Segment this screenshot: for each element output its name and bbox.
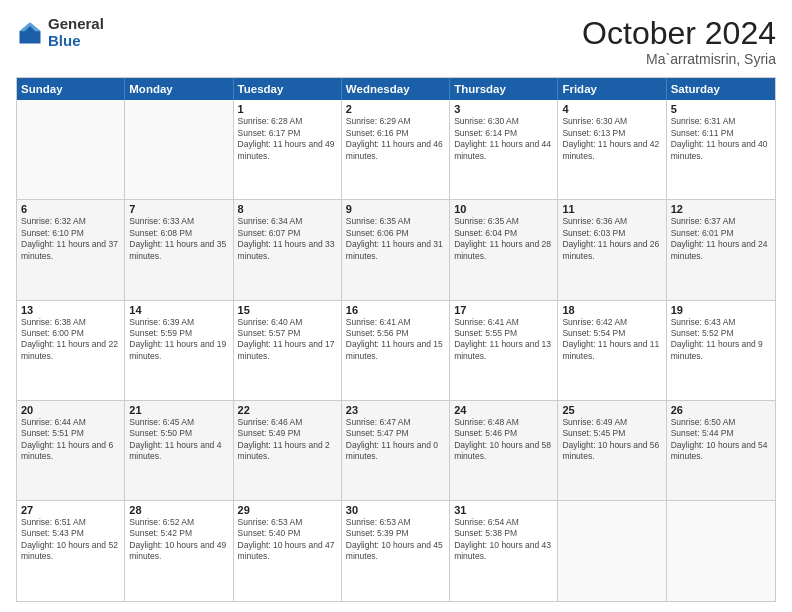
calendar-body: 1Sunrise: 6:28 AM Sunset: 6:17 PM Daylig… — [17, 100, 775, 601]
calendar-week: 1Sunrise: 6:28 AM Sunset: 6:17 PM Daylig… — [17, 100, 775, 200]
day-number: 8 — [238, 203, 337, 215]
day-info: Sunrise: 6:47 AM Sunset: 5:47 PM Dayligh… — [346, 417, 445, 463]
day-info: Sunrise: 6:46 AM Sunset: 5:49 PM Dayligh… — [238, 417, 337, 463]
calendar-header: SundayMondayTuesdayWednesdayThursdayFrid… — [17, 78, 775, 100]
day-number: 25 — [562, 404, 661, 416]
logo-general-text: General — [48, 16, 104, 33]
day-info: Sunrise: 6:41 AM Sunset: 5:56 PM Dayligh… — [346, 317, 445, 363]
day-cell: 30Sunrise: 6:53 AM Sunset: 5:39 PM Dayli… — [342, 501, 450, 601]
day-cell: 22Sunrise: 6:46 AM Sunset: 5:49 PM Dayli… — [234, 401, 342, 500]
calendar-week: 20Sunrise: 6:44 AM Sunset: 5:51 PM Dayli… — [17, 401, 775, 501]
page: General Blue October 2024 Ma`arratmisrin… — [0, 0, 792, 612]
day-cell: 9Sunrise: 6:35 AM Sunset: 6:06 PM Daylig… — [342, 200, 450, 299]
day-cell: 31Sunrise: 6:54 AM Sunset: 5:38 PM Dayli… — [450, 501, 558, 601]
day-number: 29 — [238, 504, 337, 516]
day-cell: 18Sunrise: 6:42 AM Sunset: 5:54 PM Dayli… — [558, 301, 666, 400]
day-number: 10 — [454, 203, 553, 215]
day-number: 19 — [671, 304, 771, 316]
header: General Blue October 2024 Ma`arratmisrin… — [16, 16, 776, 67]
calendar-week: 13Sunrise: 6:38 AM Sunset: 6:00 PM Dayli… — [17, 301, 775, 401]
day-info: Sunrise: 6:43 AM Sunset: 5:52 PM Dayligh… — [671, 317, 771, 363]
day-info: Sunrise: 6:41 AM Sunset: 5:55 PM Dayligh… — [454, 317, 553, 363]
day-number: 5 — [671, 103, 771, 115]
weekday-header: Saturday — [667, 78, 775, 100]
weekday-header: Friday — [558, 78, 666, 100]
weekday-header: Monday — [125, 78, 233, 100]
empty-cell — [17, 100, 125, 199]
day-number: 31 — [454, 504, 553, 516]
day-number: 2 — [346, 103, 445, 115]
logo-text: General Blue — [48, 16, 104, 49]
day-cell: 23Sunrise: 6:47 AM Sunset: 5:47 PM Dayli… — [342, 401, 450, 500]
day-number: 21 — [129, 404, 228, 416]
day-info: Sunrise: 6:35 AM Sunset: 6:04 PM Dayligh… — [454, 216, 553, 262]
day-number: 27 — [21, 504, 120, 516]
day-cell: 1Sunrise: 6:28 AM Sunset: 6:17 PM Daylig… — [234, 100, 342, 199]
day-info: Sunrise: 6:33 AM Sunset: 6:08 PM Dayligh… — [129, 216, 228, 262]
empty-cell — [125, 100, 233, 199]
day-cell: 16Sunrise: 6:41 AM Sunset: 5:56 PM Dayli… — [342, 301, 450, 400]
day-info: Sunrise: 6:29 AM Sunset: 6:16 PM Dayligh… — [346, 116, 445, 162]
day-number: 30 — [346, 504, 445, 516]
day-info: Sunrise: 6:36 AM Sunset: 6:03 PM Dayligh… — [562, 216, 661, 262]
title-block: October 2024 Ma`arratmisrin, Syria — [582, 16, 776, 67]
day-cell: 6Sunrise: 6:32 AM Sunset: 6:10 PM Daylig… — [17, 200, 125, 299]
day-number: 20 — [21, 404, 120, 416]
month-title: October 2024 — [582, 16, 776, 51]
day-cell: 11Sunrise: 6:36 AM Sunset: 6:03 PM Dayli… — [558, 200, 666, 299]
day-cell: 24Sunrise: 6:48 AM Sunset: 5:46 PM Dayli… — [450, 401, 558, 500]
day-cell: 26Sunrise: 6:50 AM Sunset: 5:44 PM Dayli… — [667, 401, 775, 500]
day-info: Sunrise: 6:28 AM Sunset: 6:17 PM Dayligh… — [238, 116, 337, 162]
day-number: 9 — [346, 203, 445, 215]
day-info: Sunrise: 6:40 AM Sunset: 5:57 PM Dayligh… — [238, 317, 337, 363]
day-info: Sunrise: 6:48 AM Sunset: 5:46 PM Dayligh… — [454, 417, 553, 463]
day-cell: 12Sunrise: 6:37 AM Sunset: 6:01 PM Dayli… — [667, 200, 775, 299]
day-cell: 20Sunrise: 6:44 AM Sunset: 5:51 PM Dayli… — [17, 401, 125, 500]
empty-cell — [558, 501, 666, 601]
day-cell: 3Sunrise: 6:30 AM Sunset: 6:14 PM Daylig… — [450, 100, 558, 199]
day-cell: 2Sunrise: 6:29 AM Sunset: 6:16 PM Daylig… — [342, 100, 450, 199]
day-number: 1 — [238, 103, 337, 115]
day-cell: 28Sunrise: 6:52 AM Sunset: 5:42 PM Dayli… — [125, 501, 233, 601]
day-cell: 13Sunrise: 6:38 AM Sunset: 6:00 PM Dayli… — [17, 301, 125, 400]
day-info: Sunrise: 6:42 AM Sunset: 5:54 PM Dayligh… — [562, 317, 661, 363]
day-info: Sunrise: 6:38 AM Sunset: 6:00 PM Dayligh… — [21, 317, 120, 363]
day-number: 12 — [671, 203, 771, 215]
day-info: Sunrise: 6:51 AM Sunset: 5:43 PM Dayligh… — [21, 517, 120, 563]
day-number: 3 — [454, 103, 553, 115]
day-number: 26 — [671, 404, 771, 416]
day-cell: 21Sunrise: 6:45 AM Sunset: 5:50 PM Dayli… — [125, 401, 233, 500]
day-cell: 15Sunrise: 6:40 AM Sunset: 5:57 PM Dayli… — [234, 301, 342, 400]
day-info: Sunrise: 6:37 AM Sunset: 6:01 PM Dayligh… — [671, 216, 771, 262]
day-cell: 25Sunrise: 6:49 AM Sunset: 5:45 PM Dayli… — [558, 401, 666, 500]
day-number: 4 — [562, 103, 661, 115]
day-number: 16 — [346, 304, 445, 316]
day-cell: 10Sunrise: 6:35 AM Sunset: 6:04 PM Dayli… — [450, 200, 558, 299]
weekday-header: Wednesday — [342, 78, 450, 100]
day-cell: 19Sunrise: 6:43 AM Sunset: 5:52 PM Dayli… — [667, 301, 775, 400]
day-info: Sunrise: 6:54 AM Sunset: 5:38 PM Dayligh… — [454, 517, 553, 563]
day-cell: 7Sunrise: 6:33 AM Sunset: 6:08 PM Daylig… — [125, 200, 233, 299]
weekday-header: Tuesday — [234, 78, 342, 100]
day-cell: 8Sunrise: 6:34 AM Sunset: 6:07 PM Daylig… — [234, 200, 342, 299]
day-info: Sunrise: 6:35 AM Sunset: 6:06 PM Dayligh… — [346, 216, 445, 262]
weekday-header: Thursday — [450, 78, 558, 100]
logo-icon — [16, 19, 44, 47]
day-info: Sunrise: 6:53 AM Sunset: 5:39 PM Dayligh… — [346, 517, 445, 563]
day-cell: 5Sunrise: 6:31 AM Sunset: 6:11 PM Daylig… — [667, 100, 775, 199]
day-cell: 14Sunrise: 6:39 AM Sunset: 5:59 PM Dayli… — [125, 301, 233, 400]
day-number: 22 — [238, 404, 337, 416]
day-number: 23 — [346, 404, 445, 416]
day-cell: 27Sunrise: 6:51 AM Sunset: 5:43 PM Dayli… — [17, 501, 125, 601]
calendar: SundayMondayTuesdayWednesdayThursdayFrid… — [16, 77, 776, 602]
day-info: Sunrise: 6:30 AM Sunset: 6:13 PM Dayligh… — [562, 116, 661, 162]
day-number: 15 — [238, 304, 337, 316]
day-info: Sunrise: 6:32 AM Sunset: 6:10 PM Dayligh… — [21, 216, 120, 262]
day-number: 13 — [21, 304, 120, 316]
day-info: Sunrise: 6:30 AM Sunset: 6:14 PM Dayligh… — [454, 116, 553, 162]
day-cell: 4Sunrise: 6:30 AM Sunset: 6:13 PM Daylig… — [558, 100, 666, 199]
day-number: 17 — [454, 304, 553, 316]
weekday-header: Sunday — [17, 78, 125, 100]
day-info: Sunrise: 6:34 AM Sunset: 6:07 PM Dayligh… — [238, 216, 337, 262]
day-number: 24 — [454, 404, 553, 416]
